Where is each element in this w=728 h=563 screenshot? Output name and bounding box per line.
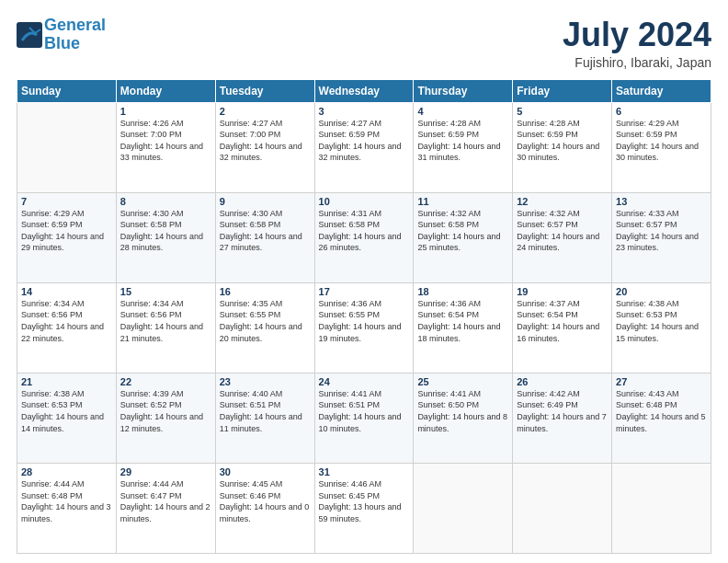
calendar-cell: 28 Sunrise: 4:44 AM Sunset: 6:48 PM Dayl… <box>17 463 117 553</box>
day-number: 17 <box>319 286 410 297</box>
calendar-cell: 30 Sunrise: 4:45 AM Sunset: 6:46 PM Dayl… <box>215 463 314 553</box>
day-number: 30 <box>220 466 311 477</box>
location: Fujishiro, Ibaraki, Japan <box>563 55 711 70</box>
calendar-cell: 27 Sunrise: 4:43 AM Sunset: 6:48 PM Dayl… <box>612 373 711 463</box>
day-info: Sunrise: 4:29 AM Sunset: 6:59 PM Dayligh… <box>616 118 707 164</box>
calendar-cell: 23 Sunrise: 4:40 AM Sunset: 6:51 PM Dayl… <box>215 373 314 463</box>
logo: GeneralBlue <box>17 17 106 53</box>
day-number: 7 <box>21 196 112 207</box>
calendar-cell: 19 Sunrise: 4:37 AM Sunset: 6:54 PM Dayl… <box>513 282 612 373</box>
calendar-week-row: 21 Sunrise: 4:38 AM Sunset: 6:53 PM Dayl… <box>17 373 711 463</box>
calendar-cell: 16 Sunrise: 4:35 AM Sunset: 6:55 PM Dayl… <box>215 282 314 373</box>
day-number: 5 <box>517 106 608 117</box>
day-info: Sunrise: 4:42 AM Sunset: 6:49 PM Dayligh… <box>517 388 608 434</box>
day-number: 8 <box>120 196 211 207</box>
calendar-cell <box>414 463 513 553</box>
calendar-cell: 25 Sunrise: 4:41 AM Sunset: 6:50 PM Dayl… <box>414 373 513 463</box>
day-info: Sunrise: 4:45 AM Sunset: 6:46 PM Dayligh… <box>220 478 311 524</box>
calendar-week-row: 28 Sunrise: 4:44 AM Sunset: 6:48 PM Dayl… <box>17 463 711 553</box>
calendar-cell: 18 Sunrise: 4:36 AM Sunset: 6:54 PM Dayl… <box>414 282 513 373</box>
day-number: 13 <box>616 196 707 207</box>
day-number: 31 <box>319 466 410 477</box>
day-number: 15 <box>120 286 211 297</box>
logo-icon <box>17 22 42 48</box>
day-number: 26 <box>517 376 608 387</box>
calendar-cell: 4 Sunrise: 4:28 AM Sunset: 6:59 PM Dayli… <box>414 102 513 192</box>
day-number: 28 <box>21 466 112 477</box>
day-info: Sunrise: 4:32 AM Sunset: 6:57 PM Dayligh… <box>517 208 608 254</box>
day-number: 25 <box>417 376 508 387</box>
day-info: Sunrise: 4:26 AM Sunset: 7:00 PM Dayligh… <box>120 118 211 164</box>
day-info: Sunrise: 4:32 AM Sunset: 6:58 PM Dayligh… <box>417 208 508 254</box>
day-number: 11 <box>417 196 508 207</box>
col-monday: Monday <box>116 79 215 102</box>
day-info: Sunrise: 4:29 AM Sunset: 6:59 PM Dayligh… <box>21 208 112 254</box>
calendar-cell: 31 Sunrise: 4:46 AM Sunset: 6:45 PM Dayl… <box>314 463 414 553</box>
day-info: Sunrise: 4:35 AM Sunset: 6:55 PM Dayligh… <box>220 298 311 344</box>
day-info: Sunrise: 4:38 AM Sunset: 6:53 PM Dayligh… <box>616 298 707 344</box>
calendar-cell: 29 Sunrise: 4:44 AM Sunset: 6:47 PM Dayl… <box>116 463 215 553</box>
calendar-cell: 9 Sunrise: 4:30 AM Sunset: 6:58 PM Dayli… <box>215 192 314 282</box>
day-info: Sunrise: 4:31 AM Sunset: 6:58 PM Dayligh… <box>319 208 410 254</box>
title-area: July 2024 Fujishiro, Ibaraki, Japan <box>563 17 711 70</box>
day-number: 12 <box>517 196 608 207</box>
day-number: 23 <box>220 376 311 387</box>
day-info: Sunrise: 4:41 AM Sunset: 6:50 PM Dayligh… <box>417 388 508 434</box>
calendar-cell: 15 Sunrise: 4:34 AM Sunset: 6:56 PM Dayl… <box>116 282 215 373</box>
header: GeneralBlue July 2024 Fujishiro, Ibaraki… <box>17 17 711 70</box>
day-number: 19 <box>517 286 608 297</box>
calendar-cell: 17 Sunrise: 4:36 AM Sunset: 6:55 PM Dayl… <box>314 282 414 373</box>
month-title: July 2024 <box>563 17 711 53</box>
day-info: Sunrise: 4:36 AM Sunset: 6:54 PM Dayligh… <box>417 298 508 344</box>
calendar-table: Sunday Monday Tuesday Wednesday Thursday… <box>17 79 711 554</box>
calendar-cell: 21 Sunrise: 4:38 AM Sunset: 6:53 PM Dayl… <box>17 373 117 463</box>
calendar-cell: 14 Sunrise: 4:34 AM Sunset: 6:56 PM Dayl… <box>17 282 117 373</box>
day-number: 3 <box>319 106 410 117</box>
calendar-cell: 8 Sunrise: 4:30 AM Sunset: 6:58 PM Dayli… <box>116 192 215 282</box>
calendar-cell: 20 Sunrise: 4:38 AM Sunset: 6:53 PM Dayl… <box>612 282 711 373</box>
day-info: Sunrise: 4:39 AM Sunset: 6:52 PM Dayligh… <box>120 388 211 434</box>
day-info: Sunrise: 4:41 AM Sunset: 6:51 PM Dayligh… <box>319 388 410 434</box>
day-number: 2 <box>220 106 311 117</box>
day-info: Sunrise: 4:28 AM Sunset: 6:59 PM Dayligh… <box>517 118 608 164</box>
day-number: 22 <box>120 376 211 387</box>
calendar-cell: 5 Sunrise: 4:28 AM Sunset: 6:59 PM Dayli… <box>513 102 612 192</box>
calendar-cell: 1 Sunrise: 4:26 AM Sunset: 7:00 PM Dayli… <box>116 102 215 192</box>
day-number: 16 <box>220 286 311 297</box>
col-sunday: Sunday <box>17 79 117 102</box>
day-number: 29 <box>120 466 211 477</box>
day-info: Sunrise: 4:43 AM Sunset: 6:48 PM Dayligh… <box>616 388 707 434</box>
calendar-week-row: 14 Sunrise: 4:34 AM Sunset: 6:56 PM Dayl… <box>17 282 711 373</box>
calendar-cell: 2 Sunrise: 4:27 AM Sunset: 7:00 PM Dayli… <box>215 102 314 192</box>
calendar-cell: 26 Sunrise: 4:42 AM Sunset: 6:49 PM Dayl… <box>513 373 612 463</box>
calendar-week-row: 1 Sunrise: 4:26 AM Sunset: 7:00 PM Dayli… <box>17 102 711 192</box>
day-info: Sunrise: 4:36 AM Sunset: 6:55 PM Dayligh… <box>319 298 410 344</box>
col-thursday: Thursday <box>414 79 513 102</box>
day-info: Sunrise: 4:44 AM Sunset: 6:48 PM Dayligh… <box>21 478 112 524</box>
calendar-header-row: Sunday Monday Tuesday Wednesday Thursday… <box>17 79 711 102</box>
day-info: Sunrise: 4:44 AM Sunset: 6:47 PM Dayligh… <box>120 478 211 524</box>
calendar-cell: 3 Sunrise: 4:27 AM Sunset: 6:59 PM Dayli… <box>314 102 414 192</box>
day-info: Sunrise: 4:27 AM Sunset: 6:59 PM Dayligh… <box>319 118 410 164</box>
page: GeneralBlue July 2024 Fujishiro, Ibaraki… <box>0 0 728 563</box>
day-number: 10 <box>319 196 410 207</box>
day-info: Sunrise: 4:46 AM Sunset: 6:45 PM Dayligh… <box>319 478 410 524</box>
calendar-cell: 22 Sunrise: 4:39 AM Sunset: 6:52 PM Dayl… <box>116 373 215 463</box>
calendar-cell: 13 Sunrise: 4:33 AM Sunset: 6:57 PM Dayl… <box>612 192 711 282</box>
day-info: Sunrise: 4:30 AM Sunset: 6:58 PM Dayligh… <box>220 208 311 254</box>
day-number: 4 <box>417 106 508 117</box>
day-number: 20 <box>616 286 707 297</box>
day-info: Sunrise: 4:40 AM Sunset: 6:51 PM Dayligh… <box>220 388 311 434</box>
day-info: Sunrise: 4:33 AM Sunset: 6:57 PM Dayligh… <box>616 208 707 254</box>
calendar-week-row: 7 Sunrise: 4:29 AM Sunset: 6:59 PM Dayli… <box>17 192 711 282</box>
calendar-cell <box>513 463 612 553</box>
day-info: Sunrise: 4:38 AM Sunset: 6:53 PM Dayligh… <box>21 388 112 434</box>
calendar-cell: 12 Sunrise: 4:32 AM Sunset: 6:57 PM Dayl… <box>513 192 612 282</box>
day-info: Sunrise: 4:27 AM Sunset: 7:00 PM Dayligh… <box>220 118 311 164</box>
day-number: 14 <box>21 286 112 297</box>
day-number: 6 <box>616 106 707 117</box>
logo-text: GeneralBlue <box>44 17 106 53</box>
col-wednesday: Wednesday <box>314 79 414 102</box>
col-tuesday: Tuesday <box>215 79 314 102</box>
day-info: Sunrise: 4:28 AM Sunset: 6:59 PM Dayligh… <box>417 118 508 164</box>
